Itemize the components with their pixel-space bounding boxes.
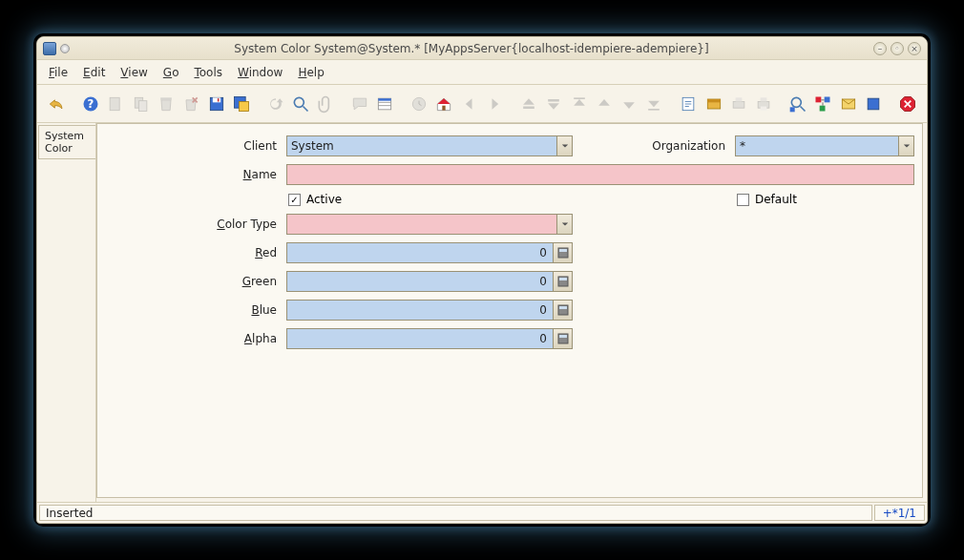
tab-column: System Color [37, 123, 96, 502]
svg-rect-7 [212, 97, 220, 102]
chevron-down-icon[interactable] [556, 215, 572, 234]
calculator-icon[interactable] [553, 272, 572, 291]
delete-button[interactable] [155, 92, 178, 116]
find-button[interactable] [289, 92, 312, 116]
menu-file[interactable]: File [49, 66, 68, 79]
svg-rect-29 [733, 101, 744, 108]
alpha-label: Alpha [105, 332, 277, 345]
calculator-icon[interactable] [553, 243, 572, 262]
svg-rect-5 [160, 97, 172, 100]
status-message: Inserted [39, 505, 872, 521]
attachment-button[interactable] [314, 92, 337, 116]
menu-help[interactable]: Help [298, 66, 324, 79]
colortype-combo[interactable] [286, 214, 573, 235]
product-info-button[interactable] [862, 92, 885, 116]
menubar: File Edit View Go Tools Window Help [37, 60, 927, 85]
svg-rect-16 [379, 98, 391, 101]
workflow-button[interactable] [811, 92, 834, 116]
svg-line-35 [800, 106, 805, 111]
client-combo[interactable]: System [286, 135, 573, 156]
chat-button[interactable] [348, 92, 371, 116]
prev-record-button[interactable] [593, 92, 616, 116]
detail-record-button[interactable] [542, 92, 565, 116]
print-button[interactable] [752, 92, 775, 116]
red-input[interactable]: 0 [286, 242, 573, 263]
close-window-button[interactable]: × [908, 42, 921, 55]
first-record-button[interactable] [567, 92, 590, 116]
svg-rect-50 [559, 335, 567, 338]
calculator-icon[interactable] [553, 329, 572, 348]
menu-view[interactable]: View [120, 66, 147, 79]
svg-line-12 [303, 106, 307, 111]
record-indicator[interactable]: +*1/1 [874, 505, 925, 521]
calculator-icon[interactable] [553, 301, 572, 320]
tab-system-color[interactable]: System Color [38, 125, 95, 159]
form-panel: Client System Organization * Name ✓ Acti… [96, 123, 923, 498]
undo-button[interactable] [45, 92, 68, 116]
archive-button[interactable] [702, 92, 724, 116]
save-new-button[interactable] [230, 92, 253, 116]
menu-go[interactable]: Go [163, 66, 179, 79]
svg-point-11 [294, 97, 304, 107]
svg-rect-22 [649, 109, 660, 111]
home-button[interactable] [432, 92, 455, 116]
svg-rect-44 [559, 249, 567, 252]
copy-button[interactable] [129, 92, 152, 116]
svg-rect-33 [761, 106, 767, 110]
chevron-down-icon[interactable] [556, 136, 572, 156]
history-button[interactable] [408, 92, 430, 116]
menu-edit[interactable]: Edit [83, 66, 105, 79]
delete-selection-button[interactable] [179, 92, 202, 116]
organization-label: Organization [582, 139, 725, 153]
name-input[interactable] [286, 164, 914, 185]
svg-rect-21 [574, 97, 585, 99]
status-bar: Inserted +*1/1 [37, 502, 927, 523]
maximize-button[interactable]: ◦ [891, 42, 904, 55]
name-label: Name [105, 168, 277, 181]
last-record-button[interactable] [642, 92, 665, 116]
svg-rect-37 [816, 96, 822, 102]
nav-back-button[interactable] [458, 92, 481, 116]
organization-value: * [736, 139, 898, 153]
organization-combo[interactable]: * [735, 135, 914, 156]
svg-rect-8 [217, 98, 219, 101]
titlebar: System Color System@System.* [MyAppsServ… [37, 37, 927, 60]
client-value: System [287, 139, 556, 153]
next-record-button[interactable] [618, 92, 640, 116]
content-area: System Color Client System Organization … [37, 123, 927, 502]
print-preview-button[interactable] [727, 92, 750, 116]
nav-forward-button[interactable] [483, 92, 506, 116]
green-input[interactable]: 0 [286, 271, 573, 292]
green-label: Green [105, 275, 277, 288]
svg-rect-39 [820, 105, 826, 111]
minimize-button[interactable]: – [873, 42, 887, 55]
help-button[interactable]: ? [79, 92, 102, 116]
grid-toggle-button[interactable] [373, 92, 396, 116]
default-label: Default [755, 193, 797, 206]
chevron-down-icon[interactable] [898, 136, 913, 156]
alpha-input[interactable]: 0 [286, 328, 573, 349]
save-button[interactable] [204, 92, 227, 116]
svg-point-34 [791, 97, 801, 107]
svg-rect-28 [707, 99, 720, 102]
menu-tools[interactable]: Tools [194, 66, 222, 79]
svg-rect-2 [110, 97, 119, 110]
svg-rect-20 [548, 99, 559, 102]
application-window: System Color System@System.* [MyAppsServ… [36, 36, 928, 524]
refresh-button[interactable] [263, 92, 286, 116]
active-checkbox[interactable]: ✓ Active [286, 193, 573, 206]
default-checkbox[interactable]: Default [735, 193, 914, 206]
svg-rect-41 [868, 98, 879, 110]
menu-window[interactable]: Window [238, 66, 283, 79]
svg-rect-48 [559, 306, 567, 309]
blue-input[interactable]: 0 [286, 300, 573, 321]
report-button[interactable] [677, 92, 700, 116]
red-label: Red [105, 246, 277, 259]
parent-record-button[interactable] [517, 92, 540, 116]
new-button[interactable] [104, 92, 127, 116]
request-button[interactable] [836, 92, 859, 116]
checkbox-unchecked-icon [737, 194, 749, 206]
exit-button[interactable] [896, 92, 919, 116]
zoom-across-button[interactable] [786, 92, 809, 116]
client-label: Client [105, 139, 277, 153]
